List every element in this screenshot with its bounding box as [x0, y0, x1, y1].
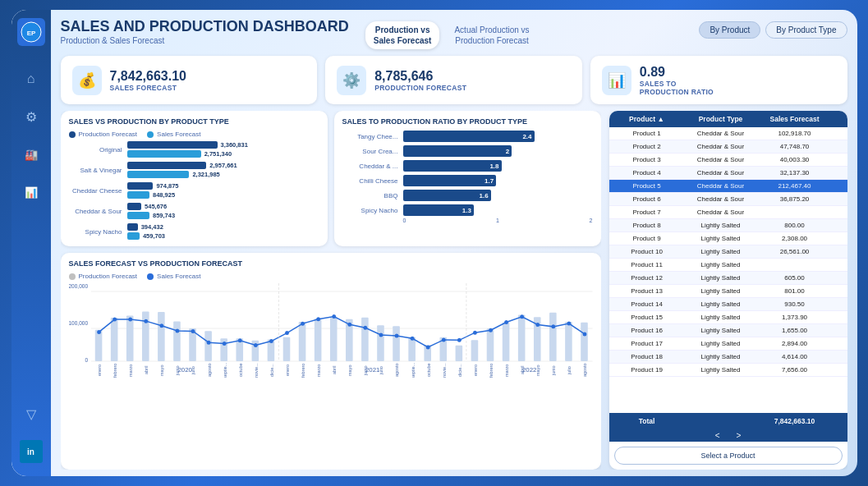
home-icon[interactable]: ⌂ — [20, 67, 43, 90]
page-title: SALES AND PRODUCTION DASHBOARD — [61, 18, 349, 36]
month-label: junio — [357, 363, 373, 378]
svg-point-46 — [238, 338, 242, 342]
kpi-row: 💰 7,842,663.10 SALES FORECAST ⚙️ 8,785,6… — [61, 56, 847, 104]
month-label: abril — [514, 363, 530, 378]
svg-text:EP: EP — [26, 30, 35, 37]
header: SALES AND PRODUCTION DASHBOARD Productio… — [61, 18, 847, 49]
svg-point-39 — [128, 318, 132, 322]
ratio-chart-card: SALES TO PRODUCTION RATIO BY PRODUCT TYP… — [334, 111, 601, 246]
svg-point-68 — [582, 332, 586, 337]
footer-value: 7,842,663.10 — [762, 417, 828, 425]
table-row[interactable]: Product 18 Lightly Salted 4,614.00 — [609, 351, 847, 364]
table-header: Product ▲ Product Type Sales Forecast — [609, 111, 847, 127]
svg-point-52 — [332, 314, 336, 319]
svg-rect-5 — [95, 330, 103, 361]
svg-point-61 — [473, 331, 477, 335]
month-label: julio — [185, 363, 200, 378]
tab-prod-vs-sales[interactable]: Production vs Sales Forecast — [365, 21, 440, 49]
app-logo: EP — [17, 18, 45, 46]
month-label: enero — [279, 363, 295, 378]
svg-point-37 — [97, 330, 101, 334]
kpi-ratio: 📊 0.89 SALES TO PRODUCTION RATIO — [590, 56, 847, 104]
ratio-chart-row: Tangy Chee... 2.4 — [342, 131, 593, 142]
kpi-ratio-label: SALES TO PRODUCTION RATIO — [640, 80, 714, 96]
line-chart-title: SALES FORECAST VS PRODUCTION FORECAST — [69, 259, 593, 268]
table-row[interactable]: Product 1 Cheddar & Sour 102,918.70 — [609, 127, 847, 140]
table-row[interactable]: Product 17 Lightly Salted 2,894.00 — [609, 337, 847, 351]
by-buttons-group: By Product By Product Type — [699, 21, 847, 39]
table-footer: Total 7,842,663.10 — [609, 413, 847, 429]
month-label: marzo — [122, 363, 138, 378]
svg-rect-20 — [330, 318, 338, 361]
svg-rect-18 — [299, 322, 306, 361]
table-row[interactable]: Product 5 Cheddar & Sour 212,467.40 — [609, 180, 847, 193]
table-row[interactable]: Product 16 Lightly Salted 1,655.00 — [609, 324, 847, 337]
table-row[interactable]: Product 6 Cheddar & Sour 36,875.20 — [609, 193, 847, 206]
ratio-chart-row: Cheddar & ... 1.8 — [342, 160, 593, 172]
table-row[interactable]: Product 3 Cheddar & Sour 40,003.30 — [609, 154, 847, 167]
table-row[interactable]: Product 13 Lightly Salted 801.00 — [609, 285, 847, 298]
svg-point-44 — [207, 341, 211, 345]
svg-point-62 — [489, 328, 493, 332]
table-row[interactable]: Product 19 Lightly Salted 7,656.00 — [609, 364, 847, 377]
ratio-chart-row: BBQ 1.6 — [342, 190, 593, 201]
table-body[interactable]: Product 1 Cheddar & Sour 102,918.70 Prod… — [609, 127, 847, 413]
svg-point-58 — [426, 346, 430, 350]
table-row[interactable]: Product 2 Cheddar & Sour 47,748.70 — [609, 140, 847, 154]
product-table: Product ▲ Product Type Sales Forecast Pr… — [609, 111, 847, 470]
chart-icon[interactable]: 📊 — [20, 181, 43, 204]
settings-icon[interactable]: ⚙ — [20, 105, 43, 128]
table-row[interactable]: Product 8 Lightly Salted 800.00 — [609, 219, 847, 232]
svg-rect-30 — [487, 328, 494, 361]
bar-chart-legend: Production Forecast Sales Forecast — [69, 131, 319, 138]
by-product-type-button[interactable]: By Product Type — [765, 21, 847, 39]
table-row[interactable]: Product 15 Lightly Salted 1,373.90 — [609, 311, 847, 324]
kpi-sales-value: 7,842,663.10 — [110, 68, 186, 84]
svg-rect-34 — [549, 313, 557, 361]
svg-point-54 — [363, 326, 367, 330]
svg-point-50 — [301, 322, 305, 326]
month-label: julio — [561, 363, 576, 378]
kpi-prod-icon: ⚙️ — [337, 66, 366, 95]
table-row[interactable]: Product 4 Cheddar & Sour 32,137.30 — [609, 167, 847, 180]
svg-point-38 — [113, 318, 117, 322]
svg-rect-32 — [518, 315, 526, 361]
main-content: SALES AND PRODUCTION DASHBOARD Productio… — [51, 10, 857, 476]
scroll-right-arrow[interactable]: > — [737, 431, 742, 440]
svg-rect-36 — [581, 323, 588, 361]
svg-point-56 — [395, 334, 399, 338]
month-label: enero — [467, 363, 483, 378]
factory-icon[interactable]: 🏭 — [20, 143, 43, 166]
svg-point-67 — [567, 322, 571, 326]
kpi-sales-icon: 💰 — [72, 66, 102, 95]
table-row[interactable]: Product 9 Lightly Salted 2,308.00 — [609, 232, 847, 245]
svg-point-60 — [457, 338, 462, 342]
tab-actual-vs-prod[interactable]: Actual Production vs Production Forecast — [446, 21, 537, 49]
bar-chart-row: Salt & Vinegar 2,957,661 2,321,985 — [69, 162, 319, 178]
svg-rect-9 — [158, 312, 165, 361]
table-row[interactable]: Product 10 Lightly Salted 26,561.00 — [609, 245, 847, 259]
scroll-left-arrow[interactable]: < — [715, 431, 720, 440]
by-product-button[interactable]: By Product — [699, 21, 760, 39]
svg-point-45 — [223, 342, 227, 346]
footer-label: Total — [614, 417, 680, 425]
month-labels: enerofebreromarzoabrilmayojuniojulioagos… — [91, 363, 593, 378]
svg-rect-12 — [204, 331, 212, 361]
ratio-chart-title: SALES TO PRODUCTION RATIO BY PRODUCT TYP… — [342, 117, 593, 126]
select-product-button[interactable]: Select a Product — [614, 447, 843, 465]
month-label: marzo — [310, 363, 326, 378]
sort-icon[interactable]: ▲ — [658, 115, 664, 123]
svg-rect-29 — [471, 340, 479, 361]
month-label: mayo — [530, 363, 545, 378]
linkedin-icon[interactable]: in — [20, 440, 43, 463]
table-row[interactable]: Product 14 Lightly Salted 930.50 — [609, 298, 847, 311]
svg-rect-8 — [142, 312, 149, 361]
ratio-chart: Tangy Chee... 2.4 Sour Crea... 2 Cheddar… — [342, 131, 593, 216]
table-row[interactable]: Product 11 Lightly Salted — [609, 259, 847, 272]
svg-point-64 — [520, 315, 524, 319]
month-label: junio — [169, 363, 185, 378]
filter-icon[interactable]: ▽ — [20, 402, 43, 425]
svg-rect-31 — [503, 323, 510, 361]
table-row[interactable]: Product 12 Lightly Salted 605.00 — [609, 272, 847, 285]
table-row[interactable]: Product 7 Cheddar & Sour — [609, 206, 847, 219]
